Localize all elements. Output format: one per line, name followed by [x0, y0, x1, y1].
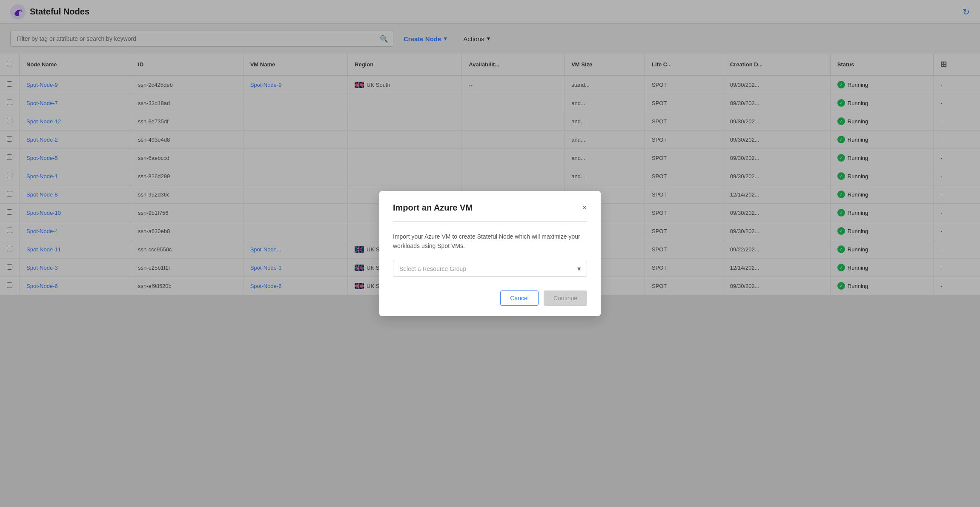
- resource-group-select[interactable]: Select a Resource Group: [393, 261, 587, 277]
- modal-overlay: Import an Azure VM × Import your Azure V…: [0, 0, 980, 507]
- modal-description: Import your Azure VM to create Stateful …: [393, 232, 587, 251]
- modal-divider: [393, 221, 587, 222]
- modal-close-button[interactable]: ×: [582, 203, 587, 212]
- import-azure-vm-modal: Import an Azure VM × Import your Azure V…: [379, 191, 601, 316]
- continue-button[interactable]: Continue: [544, 291, 587, 306]
- cancel-button[interactable]: Cancel: [500, 291, 539, 306]
- modal-footer: Cancel Continue: [393, 291, 587, 306]
- modal-title: Import an Azure VM: [393, 203, 473, 213]
- resource-group-select-wrapper: Select a Resource Group ▼: [393, 261, 587, 277]
- modal-header: Import an Azure VM ×: [393, 203, 587, 213]
